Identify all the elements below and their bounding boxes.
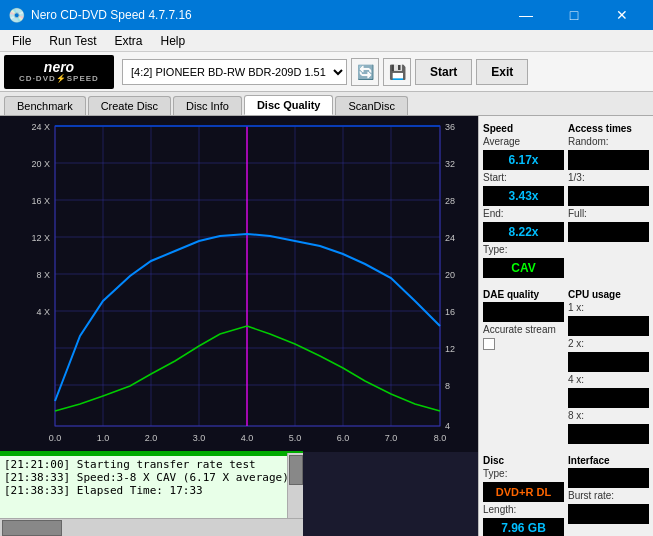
menu-file[interactable]: File — [4, 32, 39, 50]
log-entry-1: [21:38:33] Speed:3-8 X CAV (6.17 X avera… — [4, 471, 299, 484]
close-button[interactable]: ✕ — [599, 0, 645, 30]
disc-type-value: DVD+R DL — [483, 482, 564, 502]
svg-text:16 X: 16 X — [31, 196, 50, 206]
speed-label: Speed — [483, 123, 564, 134]
tab-create-disc[interactable]: Create Disc — [88, 96, 171, 115]
svg-text:8.0: 8.0 — [434, 433, 447, 443]
log-entry-2: [21:38:33] Elapsed Time: 17:33 — [4, 484, 299, 497]
tab-scan-disc[interactable]: ScanDisc — [335, 96, 407, 115]
2x-label: 2 x: — [568, 338, 649, 350]
dae-column: DAE quality Accurate stream — [483, 286, 564, 444]
interface-label: Interface — [568, 455, 649, 466]
svg-text:24 X: 24 X — [31, 122, 50, 132]
tab-disc-info[interactable]: Disc Info — [173, 96, 242, 115]
h-scroll-thumb[interactable] — [2, 520, 62, 536]
log-scroll-thumb[interactable] — [289, 455, 303, 485]
start-label: Start: — [483, 172, 564, 184]
right-panel: Speed Average 6.17x Start: 3.43x End: 8.… — [478, 116, 653, 536]
random-label: Random: — [568, 136, 649, 148]
accurate-stream-row — [483, 338, 564, 350]
panel-top-columns: Speed Average 6.17x Start: 3.43x End: 8.… — [483, 120, 649, 278]
maximize-button[interactable]: □ — [551, 0, 597, 30]
third-value — [568, 186, 649, 206]
1x-value — [568, 316, 649, 336]
svg-rect-0 — [0, 116, 478, 452]
1x-label: 1 x: — [568, 302, 649, 314]
main-content: 24 X 20 X 16 X 12 X 8 X 4 X 36 32 28 24 … — [0, 116, 653, 536]
tab-disc-quality[interactable]: Disc Quality — [244, 95, 334, 115]
2x-value — [568, 352, 649, 372]
title-bar-left: 💿 Nero CD-DVD Speed 4.7.7.16 — [8, 7, 192, 23]
4x-label: 4 x: — [568, 374, 649, 386]
log-content[interactable]: [21:21:00] Starting transfer rate test [… — [0, 456, 303, 519]
nero-logo-text: nero — [44, 60, 74, 74]
8x-value — [568, 424, 649, 444]
svg-text:24: 24 — [445, 233, 455, 243]
svg-text:4 X: 4 X — [36, 307, 50, 317]
dae-label: DAE quality — [483, 289, 564, 300]
nero-logo: nero CD·DVD⚡SPEED — [4, 55, 114, 89]
average-value: 6.17x — [483, 150, 564, 170]
menu-run-test[interactable]: Run Test — [41, 32, 104, 50]
svg-text:20: 20 — [445, 270, 455, 280]
menu-bar: File Run Test Extra Help — [0, 30, 653, 52]
svg-text:1.0: 1.0 — [97, 433, 110, 443]
svg-text:0.0: 0.0 — [49, 433, 62, 443]
accurate-stream-label: Accurate stream — [483, 324, 564, 336]
speed-column: Speed Average 6.17x Start: 3.43x End: 8.… — [483, 120, 564, 278]
type-value: CAV — [483, 258, 564, 278]
start-button[interactable]: Start — [415, 59, 472, 85]
svg-text:7.0: 7.0 — [385, 433, 398, 443]
cpu-label: CPU usage — [568, 289, 649, 300]
interface-value — [568, 468, 649, 488]
minimize-button[interactable]: — — [503, 0, 549, 30]
log-area: [21:21:00] Starting transfer rate test [… — [0, 451, 303, 536]
nero-logo-subtitle: CD·DVD⚡SPEED — [19, 74, 99, 83]
log-scrollbar[interactable] — [287, 453, 303, 518]
disc-type-label: Type: — [483, 468, 564, 480]
third-label: 1/3: — [568, 172, 649, 184]
end-value: 8.22x — [483, 222, 564, 242]
tab-benchmark[interactable]: Benchmark — [4, 96, 86, 115]
exit-button[interactable]: Exit — [476, 59, 528, 85]
svg-text:6.0: 6.0 — [337, 433, 350, 443]
full-label: Full: — [568, 208, 649, 220]
svg-text:2.0: 2.0 — [145, 433, 158, 443]
svg-text:4: 4 — [445, 421, 450, 431]
svg-text:12 X: 12 X — [31, 233, 50, 243]
svg-text:3.0: 3.0 — [193, 433, 206, 443]
disc-length-label: Length: — [483, 504, 564, 516]
log-entry-0: [21:21:00] Starting transfer rate test — [4, 458, 299, 471]
disc-length-value: 7.96 GB — [483, 518, 564, 536]
average-label: Average — [483, 136, 564, 148]
burst-value — [568, 504, 649, 524]
dae-value — [483, 302, 564, 322]
random-value — [568, 150, 649, 170]
refresh-button[interactable]: 🔄 — [351, 58, 379, 86]
end-label: End: — [483, 208, 564, 220]
burst-label: Burst rate: — [568, 490, 649, 502]
tab-bar: Benchmark Create Disc Disc Info Disc Qua… — [0, 92, 653, 116]
menu-extra[interactable]: Extra — [106, 32, 150, 50]
disc-section-label: Disc — [483, 455, 564, 466]
svg-text:12: 12 — [445, 344, 455, 354]
drive-select[interactable]: [4:2] PIONEER BD-RW BDR-209D 1.51 — [122, 59, 347, 85]
svg-text:20 X: 20 X — [31, 159, 50, 169]
panel-bottom-columns: Disc Type: DVD+R DL Length: 7.96 GB Inte… — [483, 452, 649, 536]
log-bottom-bar — [0, 518, 303, 536]
chart-area: 24 X 20 X 16 X 12 X 8 X 4 X 36 32 28 24 … — [0, 116, 478, 536]
accurate-stream-checkbox[interactable] — [483, 338, 495, 350]
svg-text:4.0: 4.0 — [241, 433, 254, 443]
8x-label: 8 x: — [568, 410, 649, 422]
type-label: Type: — [483, 244, 564, 256]
menu-help[interactable]: Help — [153, 32, 194, 50]
disc-column: Disc Type: DVD+R DL Length: 7.96 GB — [483, 452, 564, 536]
4x-value — [568, 388, 649, 408]
h-scroll-track[interactable] — [0, 519, 303, 536]
title-bar-controls: — □ ✕ — [503, 0, 645, 30]
svg-text:32: 32 — [445, 159, 455, 169]
svg-text:28: 28 — [445, 196, 455, 206]
title-bar: 💿 Nero CD-DVD Speed 4.7.7.16 — □ ✕ — [0, 0, 653, 30]
save-button[interactable]: 💾 — [383, 58, 411, 86]
app-icon: 💿 — [8, 7, 25, 23]
